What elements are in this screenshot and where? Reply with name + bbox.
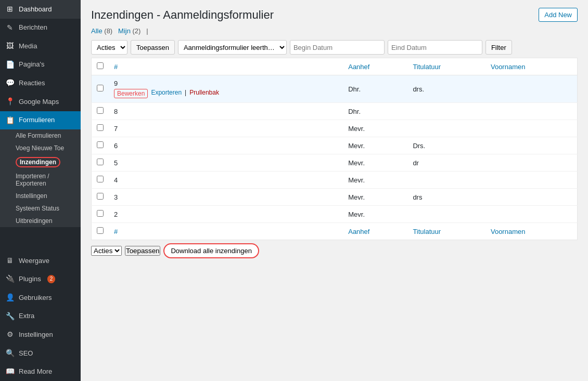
- sidebar-item-readmore[interactable]: 📖 Read More: [0, 362, 81, 381]
- subitem-importeren-exporteren[interactable]: Importeren / Exporteren: [0, 170, 81, 190]
- row-checkbox-cell: [92, 172, 109, 189]
- sidebar-item-berichten[interactable]: ✎ Berichten: [0, 19, 81, 37]
- bottom-actions-select[interactable]: Acties: [91, 246, 122, 256]
- th-titulatuur-link[interactable]: Titulatuur: [413, 63, 441, 71]
- row-checkbox-cell: [92, 206, 109, 223]
- sidebar-item-formulieren[interactable]: 📋 Formulieren: [0, 111, 81, 130]
- row-voornamen-cell: [485, 206, 578, 223]
- formulieren-icon: 📋: [5, 115, 15, 126]
- subitem-instellingen[interactable]: Instellingen: [0, 190, 81, 202]
- subitem-alle-formulieren[interactable]: Alle Formulieren: [0, 129, 81, 142]
- media-icon: 🖼: [5, 41, 15, 51]
- row-titulatuur-cell: drs: [407, 189, 485, 206]
- row-checkbox[interactable]: [97, 85, 104, 91]
- eind-datum-input[interactable]: [388, 40, 482, 55]
- row-voornamen-cell: [485, 103, 578, 120]
- row-checkbox[interactable]: [97, 141, 104, 148]
- tfoot-titulatuur: Titulatuur: [407, 223, 485, 240]
- select-all-checkbox[interactable]: [97, 62, 104, 69]
- row-aanhef-cell: Mevr.: [343, 120, 407, 137]
- sidebar-item-instellingen2[interactable]: ⚙ Instellingen: [0, 325, 81, 344]
- berichten-icon: ✎: [5, 23, 15, 33]
- table-row: 4 Mevr.: [92, 172, 578, 189]
- row-titulatuur-cell: [407, 206, 485, 223]
- tfoot-id-link[interactable]: #: [114, 228, 118, 235]
- row-checkbox-cell: [92, 189, 109, 206]
- tfoot-aanhef: Aanhef: [343, 223, 407, 240]
- bottom-toolbar: Acties Toepassen Download alle inzending…: [91, 243, 578, 258]
- subitem-uitbreidingen[interactable]: Uitbreidingen: [0, 215, 81, 227]
- add-new-button[interactable]: Add New: [539, 8, 578, 22]
- sidebar: ⊞ Dashboard ✎ Berichten 🖼 Media 📄 Pagina…: [0, 0, 81, 381]
- subitem-inzendingen[interactable]: Inzendingen: [0, 154, 81, 170]
- tfoot-aanhef-link[interactable]: Aanhef: [348, 228, 369, 235]
- sidebar-item-weergave[interactable]: 🖥 Weergave: [0, 252, 81, 270]
- row-id-cell: 3: [109, 189, 343, 206]
- row-checkbox[interactable]: [97, 193, 104, 200]
- row-voornamen-cell: [485, 120, 578, 137]
- th-aanhef-link[interactable]: Aanhef: [348, 63, 369, 71]
- row-aanhef-cell: Mevr.: [343, 172, 407, 189]
- bottom-toepassen-button[interactable]: Toepassen: [125, 246, 160, 256]
- page-header: Inzendingen - Aanmeldingsformulier Add N…: [91, 8, 578, 22]
- sidebar-item-extra[interactable]: 🔧 Extra: [0, 307, 81, 326]
- row-id: 9: [114, 80, 118, 87]
- sidebar-item-dashboard[interactable]: ⊞ Dashboard: [0, 0, 81, 19]
- paginas-icon: 📄: [5, 60, 15, 70]
- table-row: 7 Mevr.: [92, 120, 578, 137]
- filter-button[interactable]: Filter: [485, 40, 512, 55]
- row-id: 5: [114, 159, 118, 167]
- prullenbak-link[interactable]: Prullenbak: [189, 89, 219, 98]
- row-titulatuur-cell: drs.: [407, 75, 485, 103]
- toepassen-button[interactable]: Toepassen: [131, 40, 175, 55]
- row-actions: Bewerken Exporteren | Prullenbak: [114, 89, 338, 98]
- row-id: 8: [114, 108, 118, 115]
- row-aanhef-cell: Dhr.: [343, 75, 407, 103]
- sidebar-item-seo[interactable]: 🔍 SEO: [0, 344, 81, 363]
- row-checkbox[interactable]: [97, 107, 104, 114]
- download-button[interactable]: Download alle inzendingen: [163, 243, 259, 258]
- bewerken-link[interactable]: Bewerken: [114, 89, 148, 98]
- actions-select[interactable]: Acties: [91, 40, 127, 55]
- formulieren-submenu: Alle Formulieren Voeg Nieuwe Toe Inzendi…: [0, 129, 81, 227]
- row-id-cell: 9 Bewerken Exporteren | Prullenbak: [109, 75, 343, 103]
- row-checkbox[interactable]: [97, 124, 104, 131]
- table-row: 3 Mevr. drs: [92, 189, 578, 206]
- select-all-footer-checkbox[interactable]: [97, 227, 104, 234]
- sidebar-item-plugins[interactable]: 🔌 Plugins 2: [0, 270, 81, 288]
- form-filter-select[interactable]: Aanmeldingsformulier leerth…: [178, 40, 287, 55]
- table-row: 9 Bewerken Exporteren | Prullenbak Dhr. …: [92, 75, 578, 103]
- plugins-badge: 2: [47, 275, 56, 283]
- row-checkbox[interactable]: [97, 159, 104, 165]
- th-voornamen-link[interactable]: Voornamen: [491, 63, 526, 71]
- top-toolbar: Acties Toepassen Aanmeldingsformulier le…: [91, 40, 578, 55]
- row-aanhef-cell: Dhr.: [343, 103, 407, 120]
- exporteren-link[interactable]: Exporteren: [151, 89, 182, 98]
- row-checkbox[interactable]: [97, 176, 104, 182]
- row-checkbox[interactable]: [97, 210, 104, 217]
- row-aanhef-cell: Mevr.: [343, 206, 407, 223]
- filter-alle[interactable]: Alle: [91, 27, 103, 35]
- row-checkbox-cell: [92, 137, 109, 154]
- table-body: 9 Bewerken Exporteren | Prullenbak Dhr. …: [92, 75, 578, 223]
- subitem-voeg-nieuwe-toe[interactable]: Voeg Nieuwe Toe: [0, 142, 81, 154]
- begin-datum-input[interactable]: [290, 40, 385, 55]
- gebruikers-icon: 👤: [5, 293, 15, 303]
- row-titulatuur-cell: dr: [407, 154, 485, 172]
- row-id-cell: 8: [109, 103, 343, 120]
- subitem-systeem-status[interactable]: Systeem Status: [0, 202, 81, 215]
- th-id-link[interactable]: #: [114, 63, 118, 71]
- sidebar-item-reacties[interactable]: 💬 Reacties: [0, 74, 81, 93]
- sidebar-item-googlemaps[interactable]: 📍 Google Maps: [0, 93, 81, 111]
- tfoot-voornamen-link[interactable]: Voornamen: [491, 228, 526, 235]
- th-aanhef: Aanhef: [343, 58, 407, 75]
- row-titulatuur-cell: [407, 172, 485, 189]
- filter-links: Alle (8) Mijn (2) |: [91, 27, 578, 35]
- row-checkbox-cell: [92, 154, 109, 172]
- filter-mijn[interactable]: Mijn: [118, 27, 131, 35]
- sidebar-item-media[interactable]: 🖼 Media: [0, 37, 81, 56]
- sidebar-item-paginas[interactable]: 📄 Pagina's: [0, 56, 81, 74]
- tfoot-titulatuur-link[interactable]: Titulatuur: [413, 228, 441, 235]
- sidebar-item-gebruikers[interactable]: 👤 Gebruikers: [0, 288, 81, 307]
- row-id-cell: 4: [109, 172, 343, 189]
